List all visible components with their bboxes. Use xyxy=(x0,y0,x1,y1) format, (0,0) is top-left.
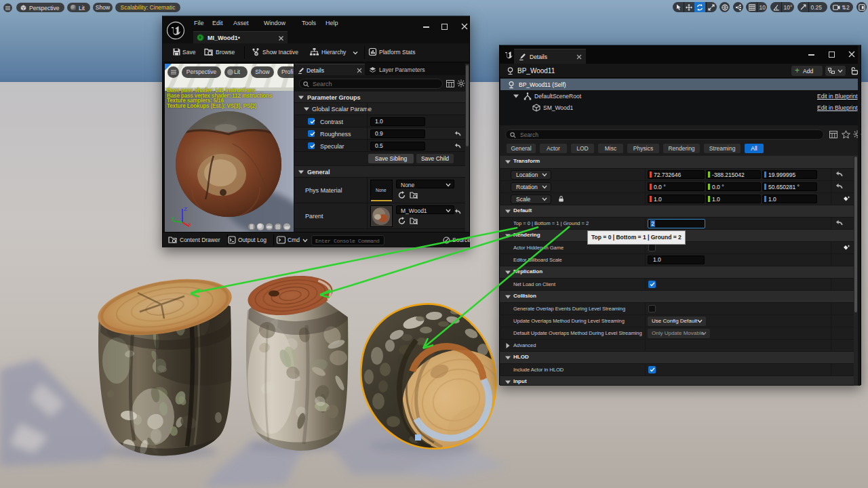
svg-text:Z: Z xyxy=(184,206,187,212)
svg-text:x: x xyxy=(189,221,191,227)
svg-text:y: y xyxy=(172,215,174,221)
